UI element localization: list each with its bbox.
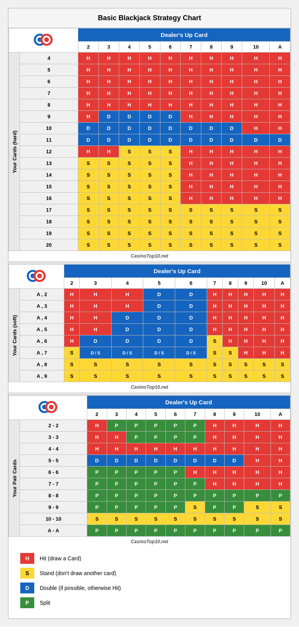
cell-hard-r5-c4: D — [160, 111, 181, 123]
cell-pairs-r3-c9: H — [271, 455, 290, 467]
cell-hard-r15-c3: S — [139, 228, 160, 239]
cell-hard-r4-c0: H — [78, 99, 98, 111]
row-label: 2 - 2 — [20, 420, 87, 432]
cell-hard-r10-c7: H — [222, 169, 242, 181]
col-header-5: 5 — [146, 409, 165, 420]
table-row: 10 - 10SSSSSSSSSS — [9, 513, 290, 525]
cell-hard-r4-c3: H — [139, 99, 160, 111]
cell-soft-r6-c9: S — [274, 359, 290, 370]
col-header-9: 9 — [225, 409, 244, 420]
legend-text-D: Double (if possible, otherwise Hit) — [40, 585, 121, 591]
cell-hard-r10-c6: H — [201, 169, 222, 181]
legend-item-D: DDouble (if possible, otherwise Hit) — [20, 583, 279, 593]
cell-pairs-r1-c4: P — [165, 432, 185, 443]
cell-hard-r15-c7: S — [222, 228, 242, 239]
cell-pairs-r5-c5: P — [185, 478, 205, 490]
cell-hard-r13-c1: S — [98, 204, 119, 216]
row-label: 20 — [20, 239, 78, 251]
cell-hard-r16-c8: S — [242, 239, 270, 251]
col-header-2: 2 — [87, 409, 107, 420]
cell-pairs-r1-c7: H — [225, 432, 244, 443]
cell-soft-r0-c4: D — [175, 289, 207, 300]
cell-pairs-r4-c0: P — [87, 467, 107, 478]
cell-pairs-r1-c1: H — [107, 432, 126, 443]
cell-soft-r3-c8: H — [253, 324, 274, 335]
section-hard: Dealer's Up Card2345678910AYour Cards (h… — [9, 28, 290, 261]
cell-hard-r11-c8: H — [242, 181, 270, 193]
cell-hard-r6-c9: H — [270, 123, 290, 134]
cell-hard-r2-c0: H — [78, 76, 98, 88]
cell-hard-r11-c3: S — [139, 181, 160, 193]
cell-pairs-r2-c6: H — [205, 443, 224, 455]
cell-hard-r3-c8: H — [242, 88, 270, 99]
cell-hard-r7-c4: D — [160, 134, 181, 146]
cell-soft-r2-c3: D — [143, 312, 175, 324]
cell-soft-r4-c3: D — [143, 335, 175, 347]
watermark-row: CasinoTop10.net — [9, 537, 290, 547]
legend-section: HHit (draw a Card)SStand (don't draw ano… — [9, 547, 290, 618]
cell-pairs-r1-c0: H — [87, 432, 107, 443]
row-label: 5 - 5 — [20, 455, 87, 467]
logo-cell — [9, 28, 78, 53]
row-label: A , 3 — [20, 300, 64, 312]
cell-soft-r1-c4: D — [175, 300, 207, 312]
cell-pairs-r8-c2: S — [127, 513, 146, 525]
cell-soft-r4-c9: H — [274, 335, 290, 347]
cell-hard-r3-c4: H — [160, 88, 181, 99]
watermark-text: CasinoTop10.net — [9, 537, 290, 547]
cell-hard-r5-c8: H — [242, 111, 270, 123]
logo-cell — [9, 265, 64, 289]
cell-pairs-r8-c7: S — [225, 513, 244, 525]
col-header-A: A — [270, 42, 290, 53]
section-soft: Dealer's Up Card2345678910AYour Cards (s… — [9, 264, 290, 392]
cell-soft-r5-c6: S — [222, 347, 238, 359]
cell-pairs-r5-c3: P — [146, 478, 165, 490]
watermark-text: CasinoTop10.net — [9, 251, 290, 261]
cell-hard-r1-c7: H — [222, 64, 242, 76]
row-label: A , 6 — [20, 335, 64, 347]
cell-hard-r14-c8: S — [242, 216, 270, 228]
cell-hard-r12-c7: H — [222, 193, 242, 204]
col-header-3: 3 — [107, 409, 126, 420]
cell-hard-r6-c3: D — [139, 123, 160, 134]
cell-soft-r0-c6: H — [222, 289, 238, 300]
col-header-6: 6 — [160, 42, 181, 53]
cell-hard-r6-c4: D — [160, 123, 181, 134]
cell-pairs-r5-c9: H — [271, 478, 290, 490]
cell-hard-r11-c2: S — [119, 181, 140, 193]
cell-soft-r6-c6: S — [222, 359, 238, 370]
cell-soft-r6-c7: S — [238, 359, 253, 370]
legend-item-S: SStand (don't draw another card) — [20, 568, 279, 579]
cell-pairs-r6-c8: P — [244, 490, 271, 502]
row-label: 17 — [20, 204, 78, 216]
cell-soft-r2-c2: D — [111, 312, 143, 324]
col-header-10: 10 — [244, 409, 271, 420]
table-hard: Dealer's Up Card2345678910AYour Cards (h… — [9, 28, 290, 261]
logo-icon — [33, 32, 53, 47]
cell-hard-r15-c5: S — [181, 228, 201, 239]
cell-pairs-r7-c2: P — [127, 502, 146, 513]
cell-pairs-r2-c3: H — [146, 443, 165, 455]
cell-pairs-r8-c1: S — [107, 513, 126, 525]
col-header-5: 5 — [143, 278, 175, 289]
watermark-text: CasinoTop10.net — [9, 382, 290, 393]
outer-wrapper: Basic Blackjack Strategy Chart Dealer's … — [0, 0, 299, 627]
cell-hard-r0-c1: H — [98, 53, 119, 64]
cell-hard-r5-c0: H — [78, 111, 98, 123]
col-header-3: 3 — [79, 278, 111, 289]
row-label: 4 — [20, 53, 78, 64]
cell-hard-r12-c4: S — [160, 193, 181, 204]
cell-hard-r7-c6: D — [201, 134, 222, 146]
cell-hard-r9-c0: S — [78, 158, 98, 169]
cell-pairs-r3-c0: D — [87, 455, 107, 467]
row-label: 13 — [20, 158, 78, 169]
col-header-5: 5 — [139, 42, 160, 53]
cell-hard-r10-c9: H — [270, 169, 290, 181]
cell-hard-r6-c5: D — [181, 123, 201, 134]
cell-pairs-r2-c1: H — [107, 443, 126, 455]
cell-hard-r2-c4: H — [160, 76, 181, 88]
cell-hard-r16-c9: S — [270, 239, 290, 251]
cell-hard-r15-c2: S — [119, 228, 140, 239]
col-header-7: 7 — [185, 409, 205, 420]
table-row: 18SSSSSSSSSS — [9, 216, 290, 228]
